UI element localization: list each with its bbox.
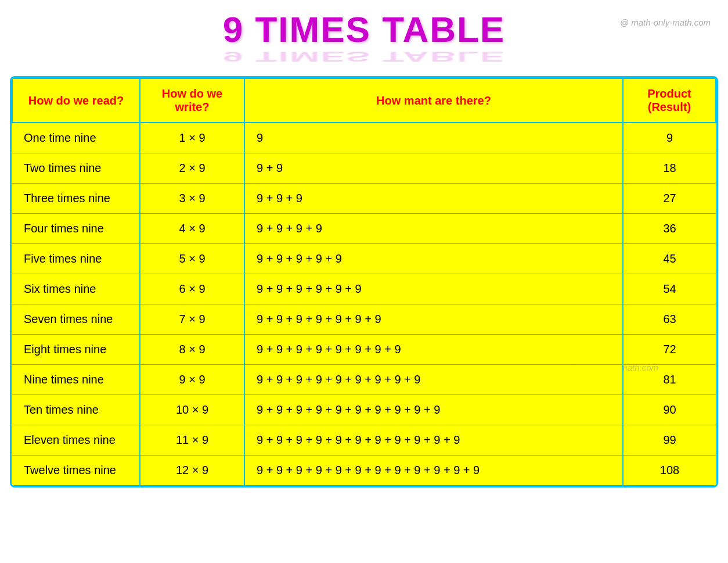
title-wrapper: 9 TIMES TABLE 9 TIMES TABLE bbox=[223, 12, 505, 66]
cell-write: 11 × 9 bbox=[140, 425, 244, 456]
header-watermark: @ math-only-math.com bbox=[620, 17, 711, 27]
cell-many: 9 + 9 + 9 + 9 + 9 + 9 + 9 + 9 + 9 + 9 + … bbox=[244, 425, 623, 456]
col-header-result: Product (Result) bbox=[623, 78, 716, 123]
cell-result: 9 bbox=[623, 123, 716, 153]
cell-read: Ten times nine bbox=[12, 395, 140, 425]
cell-many: 9 + 9 bbox=[244, 153, 623, 184]
cell-result: 36 bbox=[623, 214, 716, 244]
cell-many: 9 + 9 + 9 + 9 + 9 bbox=[244, 244, 623, 274]
cell-result: 90 bbox=[623, 395, 716, 425]
table-row: Seven times nine7 × 99 + 9 + 9 + 9 + 9 +… bbox=[12, 304, 716, 335]
cell-read: Seven times nine bbox=[12, 304, 140, 335]
cell-result: 72 bbox=[623, 335, 716, 365]
cell-read: Eight times nine bbox=[12, 335, 140, 365]
cell-result: 18 bbox=[623, 153, 716, 184]
col-header-many: How mant are there? bbox=[244, 78, 623, 123]
multiplication-table: How do we read? How do we write? How man… bbox=[12, 78, 716, 486]
cell-many: 9 bbox=[244, 123, 623, 153]
cell-write: 1 × 9 bbox=[140, 123, 244, 153]
cell-write: 3 × 9 bbox=[140, 184, 244, 214]
cell-read: Twelve times nine bbox=[12, 456, 140, 486]
col-header-write: How do we write? bbox=[140, 78, 244, 123]
cell-many: 9 + 9 + 9 + 9 + 9 + 9 + 9 + 9 + 9 + 9 bbox=[244, 395, 623, 425]
cell-write: 12 × 9 bbox=[140, 456, 244, 486]
cell-write: 6 × 9 bbox=[140, 274, 244, 304]
table-header-row: How do we read? How do we write? How man… bbox=[12, 78, 716, 123]
title-reflection: 9 TIMES TABLE bbox=[223, 53, 505, 60]
cell-result: 99 bbox=[623, 425, 716, 456]
cell-result: 45 bbox=[623, 244, 716, 274]
cell-result: 63 bbox=[623, 304, 716, 335]
table-row: Eight times nine8 × 99 + 9 + 9 + 9 + 9 +… bbox=[12, 335, 716, 365]
cell-write: 5 × 9 bbox=[140, 244, 244, 274]
cell-many: 9 + 9 + 9 + 9 bbox=[244, 214, 623, 244]
cell-result: 81 bbox=[623, 365, 716, 395]
cell-read: One time nine bbox=[12, 123, 140, 153]
cell-many: 9 + 9 + 9 + 9 + 9 + 9 bbox=[244, 274, 623, 304]
cell-write: 9 × 9 bbox=[140, 365, 244, 395]
table-row: Ten times nine10 × 99 + 9 + 9 + 9 + 9 + … bbox=[12, 395, 716, 425]
cell-write: 2 × 9 bbox=[140, 153, 244, 184]
table-row: Two times nine2 × 99 + 918 bbox=[12, 153, 716, 184]
cell-read: Five times nine bbox=[12, 244, 140, 274]
cell-result: 54 bbox=[623, 274, 716, 304]
cell-read: Four times nine bbox=[12, 214, 140, 244]
cell-write: 4 × 9 bbox=[140, 214, 244, 244]
table-row: Four times nine4 × 99 + 9 + 9 + 936 bbox=[12, 214, 716, 244]
table-row: Five times nine5 × 99 + 9 + 9 + 9 + 945 bbox=[12, 244, 716, 274]
table-row: Six times nine6 × 99 + 9 + 9 + 9 + 9 + 9… bbox=[12, 274, 716, 304]
cell-write: 10 × 9 bbox=[140, 395, 244, 425]
page-header: 9 TIMES TABLE 9 TIMES TABLE @ math-only-… bbox=[6, 12, 722, 66]
cell-read: Six times nine bbox=[12, 274, 140, 304]
table-row: One time nine1 × 999 bbox=[12, 123, 716, 153]
cell-many: 9 + 9 + 9 bbox=[244, 184, 623, 214]
cell-write: 7 × 9 bbox=[140, 304, 244, 335]
times-table-container: @ math-only-math.com @ math-only-math.co… bbox=[10, 76, 718, 487]
col-header-read: How do we read? bbox=[12, 78, 140, 123]
table-row: Eleven times nine11 × 99 + 9 + 9 + 9 + 9… bbox=[12, 425, 716, 456]
cell-write: 8 × 9 bbox=[140, 335, 244, 365]
cell-result: 27 bbox=[623, 184, 716, 214]
cell-many: 9 + 9 + 9 + 9 + 9 + 9 + 9 + 9 + 9 bbox=[244, 365, 623, 395]
cell-read: Nine times nine bbox=[12, 365, 140, 395]
cell-many: 9 + 9 + 9 + 9 + 9 + 9 + 9 + 9 + 9 + 9 + … bbox=[244, 456, 623, 486]
cell-read: Eleven times nine bbox=[12, 425, 140, 456]
cell-result: 108 bbox=[623, 456, 716, 486]
cell-read: Three times nine bbox=[12, 184, 140, 214]
cell-many: 9 + 9 + 9 + 9 + 9 + 9 + 9 bbox=[244, 304, 623, 335]
table-row: Nine times nine9 × 99 + 9 + 9 + 9 + 9 + … bbox=[12, 365, 716, 395]
page-title: 9 TIMES TABLE bbox=[223, 9, 505, 49]
cell-many: 9 + 9 + 9 + 9 + 9 + 9 + 9 + 9 bbox=[244, 335, 623, 365]
cell-read: Two times nine bbox=[12, 153, 140, 184]
table-row: Twelve times nine12 × 99 + 9 + 9 + 9 + 9… bbox=[12, 456, 716, 486]
table-row: Three times nine3 × 99 + 9 + 927 bbox=[12, 184, 716, 214]
